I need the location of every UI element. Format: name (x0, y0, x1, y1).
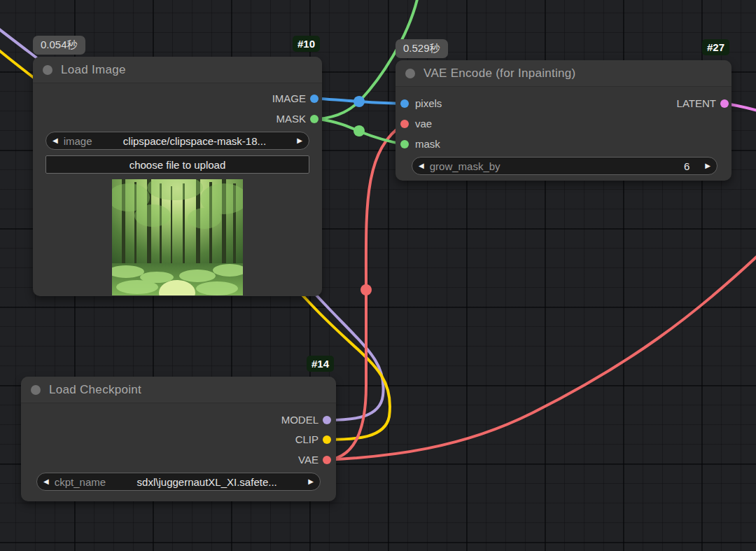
node-title: VAE Encode (for Inpainting) (424, 67, 576, 81)
node-id-badge: #27 (702, 39, 729, 55)
node-title: Load Checkpoint (49, 383, 141, 397)
grow-mask-by-widget[interactable]: ◀ grow_mask_by 6 ▶ (412, 157, 718, 175)
node-header[interactable]: VAE Encode (for Inpainting) (396, 60, 732, 87)
link-dot-mask (354, 125, 365, 137)
widget-value: 6 (506, 160, 700, 172)
node-header[interactable]: Load Image (33, 57, 322, 83)
node-id-badge: #14 (307, 356, 334, 372)
output-label-mask: MASK (276, 113, 306, 125)
output-dot-model[interactable] (323, 416, 331, 424)
widget-value: sdxl\juggernautXL_XI.safete... (111, 476, 302, 488)
output-label-vae: VAE (298, 454, 318, 466)
forest-image (112, 179, 243, 295)
input-label-pixels: pixels (415, 97, 442, 109)
wire-vae-offscreen (327, 253, 756, 460)
combo-right-arrow-icon[interactable]: ▶ (705, 162, 710, 169)
combo-right-arrow-icon[interactable]: ▶ (308, 478, 314, 485)
widget-label: image (64, 135, 92, 147)
input-label-vae: vae (415, 118, 432, 130)
combo-left-arrow-icon[interactable]: ◀ (419, 162, 424, 169)
timing-badge: 0.529秒 (396, 39, 448, 58)
ckpt-name-widget[interactable]: ◀ ckpt_name sdxl\juggernautXL_XI.safete.… (36, 473, 321, 491)
widget-value: clipspace/clipspace-mask-18... (98, 135, 292, 147)
image-combo-widget[interactable]: ◀ image clipspace/clipspace-mask-18... ▶ (46, 132, 309, 150)
link-dot-vae (360, 284, 372, 295)
collapse-dot-icon[interactable] (405, 69, 415, 78)
output-dot-image[interactable] (310, 95, 318, 103)
combo-left-arrow-icon[interactable]: ◀ (52, 137, 58, 144)
input-dot-vae[interactable] (400, 120, 409, 128)
input-dot-pixels[interactable] (400, 99, 409, 108)
output-dot-mask[interactable] (310, 115, 318, 123)
input-dot-mask[interactable] (400, 140, 409, 148)
widget-label: grow_mask_by (430, 160, 500, 172)
image-preview[interactable] (112, 179, 243, 295)
node-title: Load Image (61, 63, 126, 77)
output-dot-latent[interactable] (720, 99, 729, 108)
output-label-latent: LATENT (677, 97, 716, 109)
widget-label: ckpt_name (55, 476, 106, 488)
combo-left-arrow-icon[interactable]: ◀ (43, 478, 49, 485)
collapse-dot-icon[interactable] (31, 385, 41, 395)
output-label-clip: CLIP (295, 433, 318, 445)
choose-file-button[interactable]: choose file to upload (46, 155, 309, 174)
output-label-model: MODEL (281, 414, 318, 426)
node-load-image[interactable]: 0.054秒 #10 Load Image IMAGE MASK ◀ image… (33, 57, 322, 296)
output-dot-clip[interactable] (323, 435, 331, 444)
node-header[interactable]: Load Checkpoint (21, 377, 336, 403)
output-label-image: IMAGE (272, 92, 306, 104)
node-load-checkpoint[interactable]: #14 Load Checkpoint MODEL CLIP VAE ◀ ckp… (21, 377, 336, 501)
link-dot-image (354, 96, 365, 107)
collapse-dot-icon[interactable] (43, 65, 52, 75)
timing-badge: 0.054秒 (33, 36, 85, 55)
output-dot-vae[interactable] (323, 456, 331, 464)
node-id-badge: #10 (293, 36, 320, 52)
node-vae-encode[interactable]: 0.529秒 #27 VAE Encode (for Inpainting) p… (396, 60, 732, 181)
node-graph-canvas[interactable]: 0.054秒 #10 Load Image IMAGE MASK ◀ image… (0, 0, 756, 551)
input-label-mask: mask (415, 138, 440, 150)
combo-right-arrow-icon[interactable]: ▶ (297, 137, 302, 144)
